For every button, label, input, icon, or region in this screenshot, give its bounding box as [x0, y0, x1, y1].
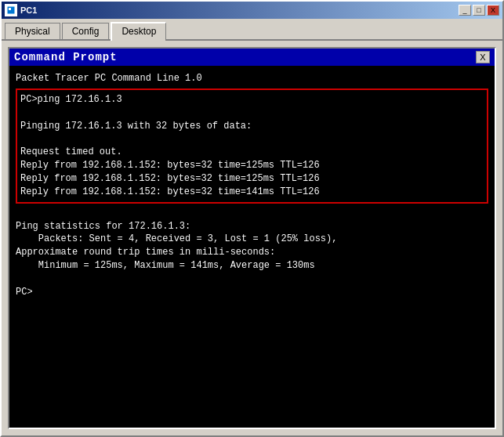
cmd-stats-header: Ping statistics for 172.16.1.3:	[16, 220, 488, 233]
title-bar-left: PC1	[5, 4, 37, 16]
cmd-reply3: Reply from 192.168.1.152: bytes=32 time=…	[20, 186, 484, 199]
cmd-reply2: Reply from 192.168.1.152: bytes=32 time=…	[20, 172, 484, 186]
title-bar: PC1 _ □ X	[2, 2, 502, 19]
maximize-button[interactable]: □	[473, 5, 485, 16]
cmd-reply1: Reply from 192.168.1.152: bytes=32 time=…	[20, 159, 484, 172]
cmd-stats-approx: Approximate round trip times in milli-se…	[16, 246, 488, 259]
tab-physical[interactable]: Physical	[5, 23, 60, 39]
empty-line-4	[16, 273, 488, 286]
cmd-window: Command Prompt X Packet Tracer PC Comman…	[8, 47, 496, 429]
empty-line-1	[20, 107, 484, 120]
empty-line-2	[20, 132, 484, 146]
window-title: PC1	[20, 5, 37, 15]
main-window: PC1 _ □ X Physical Config Desktop Comman…	[0, 0, 504, 437]
empty-line-3	[16, 207, 488, 220]
window-icon	[5, 4, 17, 16]
cmd-title: Command Prompt	[14, 51, 118, 63]
tab-desktop[interactable]: Desktop	[111, 22, 166, 41]
cmd-title-bar: Command Prompt X	[9, 49, 495, 66]
tab-config[interactable]: Config	[62, 23, 110, 39]
tab-bar: Physical Config Desktop	[2, 19, 502, 41]
cmd-close-button[interactable]: X	[476, 51, 490, 63]
main-content: Command Prompt X Packet Tracer PC Comman…	[2, 41, 502, 435]
close-button[interactable]: X	[487, 5, 499, 16]
cmd-command: PC>ping 172.16.1.3	[20, 93, 484, 107]
cmd-timeout: Request timed out.	[20, 146, 484, 159]
cmd-pinging: Pinging 172.16.1.3 with 32 bytes of data…	[20, 120, 484, 133]
minimize-button[interactable]: _	[459, 5, 471, 16]
cmd-stats-minmax: Minimum = 125ms, Maximum = 141ms, Averag…	[16, 259, 488, 273]
cmd-prompt[interactable]: PC>	[16, 286, 488, 299]
cmd-output[interactable]: Packet Tracer PC Command Line 1.0 PC>pin…	[9, 66, 495, 428]
svg-rect-1	[9, 8, 11, 10]
cmd-intro: Packet Tracer PC Command Line 1.0	[16, 72, 488, 85]
ping-highlight-box: PC>ping 172.16.1.3 Pinging 172.16.1.3 wi…	[16, 88, 488, 204]
title-bar-buttons: _ □ X	[459, 5, 499, 16]
cmd-stats-packets: Packets: Sent = 4, Received = 3, Lost = …	[16, 233, 488, 246]
